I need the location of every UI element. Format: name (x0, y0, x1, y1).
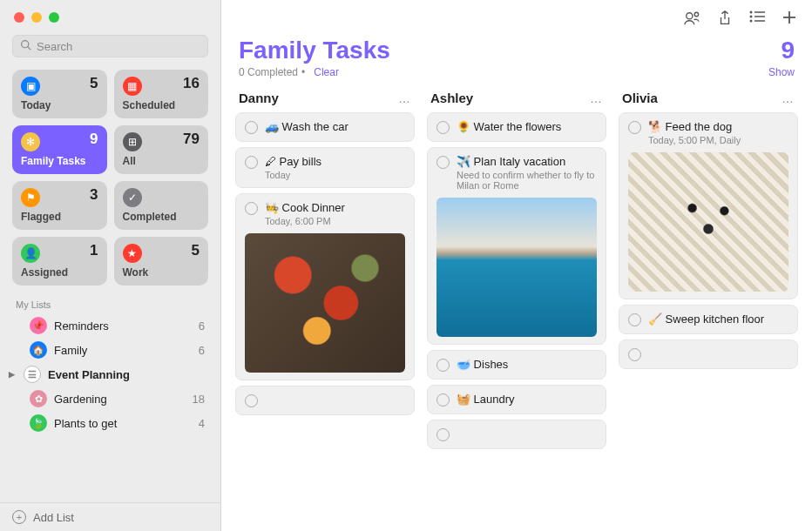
column-olivia: Olivia … 🐕 Feed the dog Today, 5:00 PM, … (619, 89, 798, 531)
smart-list-today[interactable]: ▣ 5 Today (12, 70, 107, 118)
task-radio[interactable] (628, 313, 641, 326)
task-card[interactable]: ✈️ Plan Italy vacation Need to confirm w… (427, 147, 606, 345)
show-button[interactable]: Show (768, 66, 795, 78)
column-menu-icon[interactable]: … (590, 91, 603, 105)
view-options-icon[interactable] (749, 10, 765, 30)
clear-button[interactable]: Clear (314, 66, 339, 78)
smart-list-scheduled[interactable]: ▦ 16 Scheduled (114, 70, 209, 118)
list-icon: ✿ (30, 390, 47, 407)
list-row-gardening[interactable]: ✿ Gardening 18 (0, 386, 220, 411)
close-window-button[interactable] (14, 12, 24, 23)
task-subtitle: Need to confirm whether to fly to Milan … (457, 170, 597, 191)
list-count: 18 (193, 393, 205, 406)
list-count: 6 (199, 344, 205, 357)
task-title: 🚙 Wash the car (265, 120, 405, 133)
list-count: 6 (199, 319, 205, 333)
smart-label: Completed (123, 211, 200, 223)
task-radio[interactable] (245, 121, 258, 134)
task-empty[interactable] (235, 386, 415, 415)
my-lists: 📌 Reminders 6 🏠 Family 6 (0, 313, 220, 362)
task-card[interactable]: 🖊 Pay bills Today (235, 147, 415, 188)
task-card[interactable]: 🚙 Wash the car (235, 112, 415, 142)
task-radio[interactable] (628, 121, 641, 134)
add-list-button[interactable]: + Add List (0, 502, 220, 531)
minimize-window-button[interactable] (31, 12, 42, 23)
task-title: 🌻 Water the flowers (457, 120, 597, 133)
task-empty[interactable] (619, 339, 798, 369)
my-lists-header: My Lists (0, 294, 220, 313)
sidebar: Search ▣ 5 Today ▦ 16 Scheduled ✻ 9 Fami… (0, 0, 221, 531)
folder-icon: ☰ (24, 366, 41, 383)
smart-label: Work (123, 266, 200, 279)
task-radio[interactable] (245, 394, 258, 407)
add-reminder-icon[interactable] (782, 10, 796, 30)
task-title: 🖊 Pay bills (265, 155, 405, 168)
list-title: Family Tasks (239, 37, 781, 64)
smart-label: Flagged (21, 211, 98, 223)
smart-list-work[interactable]: ★ 5 Work (114, 237, 209, 286)
list-group-event-planning[interactable]: ▶ ☰ Event Planning (0, 362, 220, 386)
list-row-reminders[interactable]: 📌 Reminders 6 (0, 313, 220, 338)
task-radio[interactable] (436, 121, 450, 134)
column-title: Olivia (622, 91, 782, 105)
list-name: Family (54, 344, 192, 357)
svg-point-4 (750, 11, 753, 14)
smart-label: Today (21, 99, 98, 111)
smart-lists-grid: ▣ 5 Today ▦ 16 Scheduled ✻ 9 Family Task… (0, 70, 220, 294)
task-radio[interactable] (245, 156, 258, 169)
smart-list-completed[interactable]: ✓ Completed (114, 181, 209, 230)
task-card[interactable]: 🧑‍🍳 Cook Dinner Today, 6:00 PM (235, 193, 415, 380)
task-card[interactable]: 🧺 Laundry (427, 385, 606, 414)
collaborate-icon[interactable] (683, 10, 700, 30)
task-title: 🧹 Sweep kitchen floor (648, 313, 788, 326)
smart-count: 3 (90, 186, 98, 204)
svg-point-8 (750, 20, 753, 23)
task-card[interactable]: 🐕 Feed the dog Today, 5:00 PM, Daily (619, 112, 798, 299)
column-header: Ashley … (427, 89, 606, 112)
task-image (628, 152, 788, 292)
task-card[interactable]: 🌻 Water the flowers (427, 112, 606, 142)
completed-count: 0 Completed (239, 66, 298, 78)
work-icon: ★ (123, 244, 142, 263)
task-card[interactable]: 🧹 Sweep kitchen floor (619, 305, 798, 334)
task-radio[interactable] (436, 393, 450, 407)
task-card[interactable]: 🥣 Dishes (427, 350, 606, 380)
task-subtitle: Today, 5:00 PM, Daily (648, 135, 788, 145)
all-icon: ⊞ (123, 132, 142, 151)
smart-list-family-tasks[interactable]: ✻ 9 Family Tasks (12, 125, 107, 174)
search-input[interactable]: Search (12, 35, 208, 57)
task-radio[interactable] (436, 359, 450, 372)
search-placeholder: Search (37, 40, 72, 53)
assigned-icon: 👤 (21, 244, 40, 263)
column-menu-icon[interactable]: … (782, 91, 795, 105)
share-icon[interactable] (718, 10, 732, 30)
list-name: Gardening (54, 393, 186, 406)
list-name: Reminders (54, 319, 192, 333)
main-content: Family Tasks 9 0 Completed • Clear Show … (221, 0, 812, 531)
column-ashley: Ashley … 🌻 Water the flowers ✈️ Plan Ita… (427, 89, 606, 531)
task-empty[interactable] (427, 420, 606, 449)
task-radio[interactable] (436, 156, 450, 169)
task-radio[interactable] (628, 348, 641, 361)
task-image (436, 198, 597, 337)
svg-point-3 (694, 12, 699, 17)
smart-list-all[interactable]: ⊞ 79 All (114, 125, 209, 174)
fullscreen-window-button[interactable] (49, 12, 59, 23)
list-icon: 📌 (30, 317, 47, 334)
task-radio[interactable] (245, 202, 258, 215)
window-controls (0, 0, 220, 31)
list-header: Family Tasks 9 (221, 33, 812, 66)
column-menu-icon[interactable]: … (398, 91, 411, 105)
list-row-family[interactable]: 🏠 Family 6 (0, 338, 220, 362)
smart-count: 5 (90, 75, 98, 92)
smart-count: 9 (90, 131, 98, 148)
list-row-plants[interactable]: 🍃 Plants to get 4 (0, 411, 220, 435)
smart-label: Family Tasks (21, 155, 98, 167)
smart-list-flagged[interactable]: ⚑ 3 Flagged (12, 181, 107, 230)
task-radio[interactable] (436, 428, 450, 441)
svg-point-6 (750, 16, 753, 18)
smart-count: 5 (192, 242, 200, 259)
task-image (245, 233, 405, 373)
task-title: 🧺 Laundry (457, 393, 597, 406)
smart-list-assigned[interactable]: 👤 1 Assigned (12, 237, 107, 286)
